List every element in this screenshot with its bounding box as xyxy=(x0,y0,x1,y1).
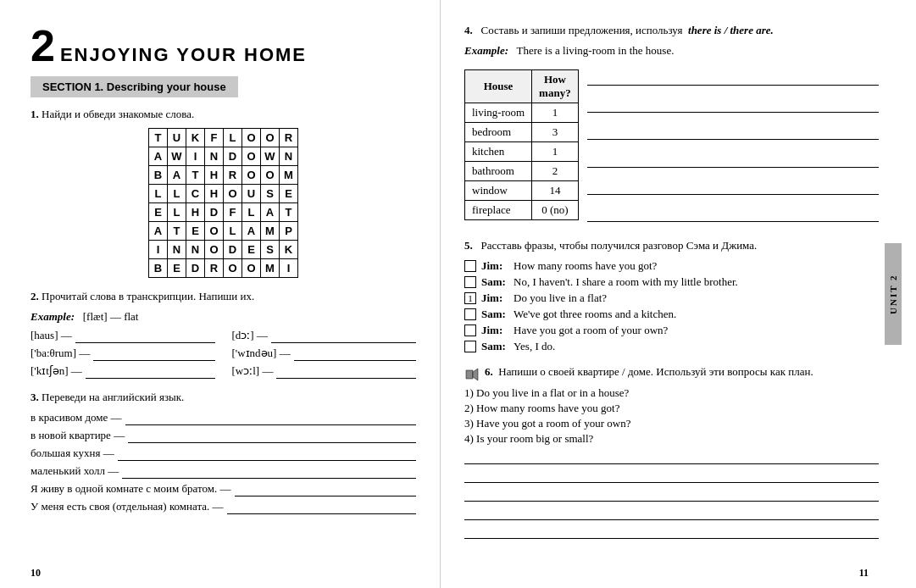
transcription-grid: [haus] — [dɔː] — ['ba:θrum] — ['wɪndəu] … xyxy=(31,329,416,379)
grid-cell: H xyxy=(205,185,224,203)
answer-line[interactable] xyxy=(587,94,879,113)
dialogue-checkbox[interactable] xyxy=(464,260,476,272)
grid-cell: O xyxy=(205,241,224,259)
house-cell: bathroom xyxy=(465,162,532,181)
dialogue-text: Yes, I do. xyxy=(514,340,555,353)
grid-cell: R xyxy=(280,129,298,147)
exercise-4: 4. Составь и запиши предложения, использ… xyxy=(464,24,879,227)
grid-cell: O xyxy=(242,129,261,147)
ex3-text: 3. Переведи на английский язык. xyxy=(31,391,416,404)
table-row: fireplace0 (no) xyxy=(465,201,579,220)
grid-cell: O xyxy=(242,147,261,166)
dialogue-block: Jim:How many rooms have you got?Sam:No, … xyxy=(464,259,879,353)
speaker-label: Sam: xyxy=(481,308,508,321)
grid-cell: O xyxy=(205,222,224,241)
trans-item-right: [dɔː] — xyxy=(232,329,417,343)
dialogue-checkbox[interactable] xyxy=(464,276,476,288)
grid-cell: K xyxy=(280,241,298,259)
trans-item-left: [haus] — xyxy=(31,329,215,343)
writing-line-5 xyxy=(464,525,879,539)
table-row: bedroom3 xyxy=(465,123,579,142)
answer-line[interactable] xyxy=(587,67,879,86)
grid-cell: O xyxy=(261,166,280,185)
ex4-text: 4. Составь и запиши предложения, использ… xyxy=(464,24,879,37)
dialogue-checkbox[interactable] xyxy=(464,341,476,352)
dialogue-text: How many rooms have you got? xyxy=(514,259,657,273)
ex6-question: 3) Have you got a room of your own? xyxy=(464,417,879,430)
grid-cell: T xyxy=(149,129,168,147)
page-spread: 2 ENJOYING YOUR HOME SECTION 1. Describi… xyxy=(0,0,916,588)
ex6-questions: 1) Do you live in a flat or in a house?2… xyxy=(464,386,879,446)
table-row: bathroom2 xyxy=(465,162,579,181)
table-row: window14 xyxy=(465,181,579,201)
speaking-icon xyxy=(464,366,481,383)
dialogue-checkbox[interactable]: 1 xyxy=(464,292,476,304)
exercise-5: 5. Расставь фразы, чтобы получился разго… xyxy=(464,239,879,353)
translate-item: большая кухня — xyxy=(31,447,416,461)
grid-cell: N xyxy=(205,147,224,166)
dialogue-line: Sam:Yes, I do. xyxy=(464,340,879,353)
house-cell: living-room xyxy=(465,103,532,123)
grid-cell: L xyxy=(168,203,186,222)
answer-line[interactable] xyxy=(587,203,879,222)
grid-cell: L xyxy=(224,222,242,241)
dialogue-text: No, I haven't. I share a room with my li… xyxy=(514,275,738,289)
grid-cell: H xyxy=(186,203,205,222)
grid-cell: T xyxy=(168,222,186,241)
word-search-grid: TUKFLOORAWINDOWNBATHROOMLLCHOUSEELHDFLAT… xyxy=(148,128,298,278)
col-how-many: Howmany? xyxy=(532,70,579,103)
grid-cell: L xyxy=(149,185,168,203)
grid-cell: M xyxy=(280,166,298,185)
answer-line[interactable] xyxy=(587,176,879,195)
grid-cell: R xyxy=(205,259,224,278)
grid-cell: F xyxy=(224,203,242,222)
speaker-label: Sam: xyxy=(481,340,508,353)
grid-cell: B xyxy=(149,259,168,278)
translate-item: Я живу в одной комнате с моим братом. — xyxy=(31,482,416,496)
exercise-2: 2. Прочитай слова в транскрипции. Напиши… xyxy=(31,290,416,379)
grid-cell: W xyxy=(168,147,186,166)
how-many-cell: 2 xyxy=(532,162,579,181)
table-answer-lines xyxy=(587,63,879,227)
answer-line[interactable] xyxy=(587,149,879,168)
exercise-3: 3. Переведи на английский язык. в красив… xyxy=(31,391,416,514)
translate-item: маленький холл — xyxy=(31,464,416,479)
grid-cell: L xyxy=(242,203,261,222)
how-many-cell: 1 xyxy=(532,142,579,162)
translate-list: в красивом доме — в новой квартире — бол… xyxy=(31,411,416,514)
ex5-text: 5. Расставь фразы, чтобы получился разго… xyxy=(464,239,879,252)
grid-cell: I xyxy=(186,147,205,166)
dialogue-text: Have you got a room of your own? xyxy=(514,324,668,337)
grid-cell: L xyxy=(224,129,242,147)
writing-line-2 xyxy=(464,469,879,483)
table-answers-container: House Howmany? living-room1bedroom3kitch… xyxy=(464,63,879,227)
how-many-cell: 14 xyxy=(532,181,579,201)
answer-line[interactable] xyxy=(587,121,879,140)
right-page: 4. Составь и запиши предложения, использ… xyxy=(441,0,902,588)
dialogue-checkbox[interactable] xyxy=(464,325,476,336)
grid-cell: E xyxy=(149,203,168,222)
house-cell: bedroom xyxy=(465,123,532,142)
grid-cell: R xyxy=(224,166,242,185)
house-cell: kitchen xyxy=(465,142,532,162)
translate-item: У меня есть своя (отдельная) комната. — xyxy=(31,500,416,514)
grid-cell: S xyxy=(261,185,280,203)
section-heading: SECTION 1. Describing your house xyxy=(31,76,238,97)
grid-cell: O xyxy=(242,259,261,278)
table-row: kitchen1 xyxy=(465,142,579,162)
writing-area xyxy=(464,451,879,539)
col-house: House xyxy=(465,70,532,103)
trans-item-left: ['kɪtʃən] — xyxy=(31,364,215,379)
ex6-header: 6. Напиши о своей квартире / доме. Испол… xyxy=(464,365,879,383)
writing-line-1 xyxy=(464,451,879,464)
trans-item-right: ['wɪndəu] — xyxy=(232,347,417,361)
ex2-text: 2. Прочитай слова в транскрипции. Напиши… xyxy=(31,290,416,303)
unit-tab: UNIT 2 xyxy=(885,243,902,345)
speaker-label: Jim: xyxy=(481,259,508,273)
how-many-cell: 3 xyxy=(532,123,579,142)
dialogue-checkbox[interactable] xyxy=(464,308,476,320)
dialogue-line: Sam:No, I haven't. I share a room with m… xyxy=(464,275,879,289)
house-table: House Howmany? living-room1bedroom3kitch… xyxy=(464,69,579,220)
translate-item: в красивом доме — xyxy=(31,411,416,425)
left-page: 2 ENJOYING YOUR HOME SECTION 1. Describi… xyxy=(0,0,441,588)
